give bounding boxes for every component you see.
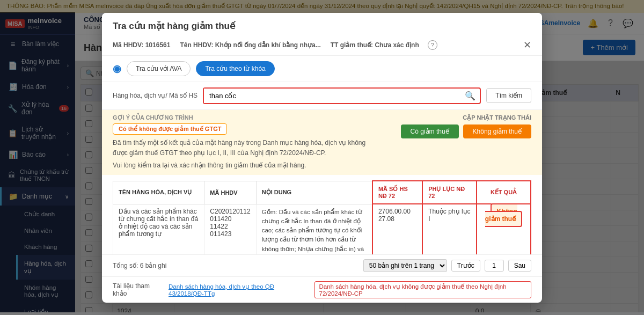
- suggestion-text-2: Vui lòng kiểm tra lại và xác nhận thông …: [113, 160, 379, 171]
- tt-giam-thue-label: TT giảm thuế: Chưa xác định: [331, 41, 419, 49]
- col-ten-hang: TÊN HÀNG HÓA, DỊCH VỤ: [113, 181, 204, 204]
- per-page-select[interactable]: 50 bản ghi trên 1 trang: [363, 259, 447, 272]
- ket-qua-badge: Không giảm thuế: [485, 203, 522, 227]
- tab-ava[interactable]: Tra cứu với AVA: [127, 61, 191, 76]
- search-icon-button[interactable]: 🔍: [460, 89, 480, 103]
- cell-ma-hs: 2706.00.0027.08: [372, 204, 422, 254]
- ten-hhdv-label: Tên HHDV: Khớp nối ống dẫn khí bằng nhựa…: [180, 41, 320, 49]
- pagination-right: 50 bản ghi trên 1 trang Trước Sau: [363, 259, 531, 272]
- status-buttons: Có giảm thuế Không giảm thuế: [401, 124, 531, 138]
- tt-giam-thue-value: Chưa xác định: [375, 41, 419, 49]
- cap-nhat-label: CẬP NHẬT TRẠNG THÁI: [463, 114, 531, 121]
- modal-tra-cuu: Tra cứu mặt hàng giảm thuế Mã HHDV: 1016…: [102, 13, 542, 303]
- ten-hhdv-value: Khớp nối ống dẫn khí bằng nhựa...: [215, 41, 321, 49]
- ref-label: Tài liệu tham khảo: [113, 282, 160, 297]
- next-page-button[interactable]: Sau: [508, 260, 531, 272]
- search-input[interactable]: [204, 89, 460, 103]
- ref-link-2[interactable]: Danh sách hàng hóa, dịch vụ không được g…: [314, 281, 531, 298]
- ma-hhdv-value: 1016561: [145, 41, 171, 49]
- search-label: Hàng hóa, dịch vụ/ Mã số HS: [113, 92, 197, 99]
- col-ma-hhdv: MÃ HHDV: [204, 181, 256, 204]
- table-row: Dầu và các sản phẩm khác từ chưng cất hắ…: [113, 204, 531, 254]
- suggestion-area: GỢI Ý CỦA CHƯƠNG TRÌNH Có thể không được…: [102, 110, 542, 175]
- pagination-row: Tổng số: 6 bản ghi 50 bản ghi trên 1 tra…: [102, 254, 542, 276]
- suggestion-badge: Có thể không được giảm thuế GTGT: [113, 123, 227, 135]
- modal-body: ◉ Tra cứu với AVA Tra cứu theo từ khóa H…: [102, 56, 542, 303]
- goi-y-label: GỢI Ý CỦA CHƯƠNG TRÌNH: [113, 114, 379, 121]
- total-records: Tổng số: 6 bản ghi: [113, 262, 166, 269]
- results-section: TÊN HÀNG HÓA, DỊCH VỤ MÃ HHDV NỘI DUNG M…: [102, 175, 542, 254]
- tab-khoa[interactable]: Tra cứu theo từ khóa: [196, 61, 274, 76]
- col-phu-luc: PHỤ LỤC NĐ 72: [422, 181, 477, 204]
- prev-page-button[interactable]: Trước: [451, 260, 480, 272]
- btn-khong-giam[interactable]: Không giảm thuế: [463, 124, 531, 138]
- page-number-input[interactable]: [485, 260, 504, 272]
- modal-header: Tra cứu mặt hàng giảm thuế Mã HHDV: 1016…: [102, 13, 542, 56]
- suggestion-text-1: Đã tìm thấy một số kết quả của mặt hàng …: [113, 138, 379, 158]
- modal-meta: Mã HHDV: 1016561 Tên HHDV: Khớp nối ống …: [113, 41, 419, 49]
- search-tabs: ◉ Tra cứu với AVA Tra cứu theo từ khóa: [102, 56, 542, 82]
- col-ket-qua: KẾT QUẢ: [477, 181, 531, 204]
- suggestion-right: CẬP NHẬT TRẠNG THÁI Có giảm thuế Không g…: [390, 110, 542, 175]
- cell-phu-luc: Thuộc phụ lục I: [422, 204, 477, 254]
- ma-hhdv-label: Mã HHDV: 1016561: [113, 41, 170, 49]
- cell-ket-qua: Không giảm thuế: [477, 204, 531, 254]
- cell-noi-dung: Gồm: Dầu và các sản phẩm khác từ chưng c…: [256, 204, 372, 254]
- results-table: TÊN HÀNG HÓA, DỊCH VỤ MÃ HHDV NỘI DUNG M…: [113, 180, 531, 254]
- ref-link-1[interactable]: Danh sách hàng hóa, dịch vụ theo QĐ 43/2…: [169, 283, 306, 297]
- search-row: Hàng hóa, dịch vụ/ Mã số HS 🔍 Tìm kiếm: [102, 82, 542, 110]
- suggestion-left: GỢI Ý CỦA CHƯƠNG TRÌNH Có thể không được…: [102, 110, 390, 175]
- modal-help-icon[interactable]: ?: [428, 40, 437, 50]
- modal-overlay: Tra cứu mặt hàng giảm thuế Mã HHDV: 1016…: [0, 0, 644, 312]
- ref-row: Tài liệu tham khảo Danh sách hàng hóa, d…: [102, 276, 542, 303]
- btn-search[interactable]: Tìm kiếm: [486, 88, 531, 103]
- btn-co-giam[interactable]: Có giảm thuế: [401, 124, 459, 138]
- search-input-wrap: 🔍: [203, 87, 481, 104]
- modal-title: Tra cứu mặt hàng giảm thuế: [113, 20, 235, 32]
- col-noi-dung: NỘI DUNG: [256, 181, 372, 204]
- modal-close-button[interactable]: ✕: [523, 40, 531, 50]
- col-ma-hs: MÃ SỐ HS NĐ 72: [372, 181, 422, 204]
- cell-ma-hhdv: C2020120112 011420 11422 011423: [204, 204, 256, 254]
- ava-icon: ◉: [113, 63, 121, 75]
- cell-ten-hang: Dầu và các sản phẩm khác từ chưng cất hắ…: [113, 204, 204, 254]
